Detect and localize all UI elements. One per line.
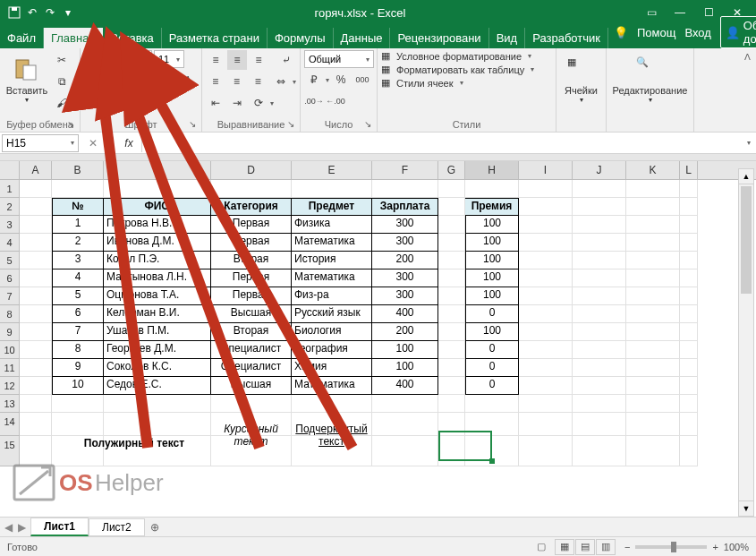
cell[interactable] (211, 180, 292, 198)
row-header[interactable]: 8 (0, 305, 20, 323)
cell[interactable] (20, 252, 52, 269)
cell[interactable]: 200 (372, 252, 438, 269)
cell[interactable] (626, 269, 680, 287)
cell[interactable]: Категория (211, 198, 292, 216)
shrink-font-button[interactable]: A (178, 70, 198, 90)
cell[interactable] (438, 359, 465, 377)
cell[interactable]: Первая (211, 287, 292, 305)
cell[interactable]: Курсивныйтекст (211, 413, 292, 436)
row-header[interactable]: 4 (0, 234, 20, 252)
borders-button[interactable]: ▦ (84, 91, 104, 111)
cell[interactable] (626, 323, 680, 341)
cell[interactable]: 5 (52, 287, 104, 305)
column-header[interactable]: K (626, 161, 680, 179)
cell[interactable] (465, 395, 519, 413)
formula-input[interactable] (141, 134, 747, 152)
zoom-out-icon[interactable]: − (624, 542, 630, 552)
cell[interactable] (626, 377, 680, 395)
align-bottom-icon[interactable]: ≡ (249, 50, 268, 70)
cell[interactable] (211, 395, 292, 413)
cell[interactable] (680, 395, 698, 413)
cell[interactable] (438, 323, 465, 341)
merge-center-icon[interactable]: ⇔ (271, 72, 291, 91)
cell[interactable]: Вторая (211, 252, 292, 269)
cell[interactable] (438, 436, 465, 466)
cell[interactable]: Физ-ра (292, 287, 372, 305)
cell[interactable] (573, 323, 626, 341)
cell[interactable] (573, 436, 626, 466)
tab-file[interactable]: Файл (0, 28, 44, 48)
cell[interactable]: Математика (292, 269, 372, 287)
cell[interactable]: ФИО (104, 198, 211, 216)
clipboard-launcher-icon[interactable]: ↘ (67, 119, 78, 130)
cell[interactable] (438, 252, 465, 269)
cell[interactable] (438, 198, 465, 216)
editing-button[interactable]: 🔍Редактирование▾ (610, 50, 690, 109)
column-header[interactable]: L (680, 161, 698, 179)
cell[interactable] (573, 413, 626, 436)
cell[interactable] (573, 234, 626, 252)
cell[interactable] (20, 341, 52, 359)
cell[interactable] (438, 216, 465, 234)
cell[interactable] (372, 413, 438, 436)
cell[interactable] (626, 395, 680, 413)
cell[interactable]: 3 (52, 252, 104, 269)
qat-dropdown-icon[interactable]: ▾ (61, 5, 75, 20)
cell[interactable]: Седов Е.С. (104, 377, 211, 395)
increase-indent-icon[interactable]: ⇥ (227, 93, 247, 113)
cell[interactable] (372, 436, 438, 466)
cell[interactable] (519, 359, 573, 377)
cell[interactable]: Мартынова Л.Н. (104, 269, 211, 287)
cell[interactable]: Вторая (211, 323, 292, 341)
cells-button[interactable]: ▦Ячейки▾ (560, 50, 602, 109)
cell[interactable] (573, 269, 626, 287)
tell-me-label[interactable]: Помощ (637, 26, 675, 39)
cell[interactable]: Русский язык (292, 305, 372, 323)
row-header[interactable]: 3 (0, 216, 20, 234)
cell[interactable] (465, 180, 519, 198)
decrease-decimal-icon[interactable]: ←.00 (326, 91, 345, 111)
tab-view[interactable]: Вид (489, 28, 526, 48)
row-header[interactable]: 14 (0, 413, 20, 436)
cell[interactable] (438, 234, 465, 252)
cell[interactable] (438, 413, 465, 436)
cell[interactable]: 400 (372, 377, 438, 395)
grow-font-button[interactable]: A (157, 70, 176, 90)
cell[interactable] (465, 413, 519, 436)
column-header[interactable]: J (573, 161, 626, 179)
cell[interactable]: Химия (292, 359, 372, 377)
cell[interactable] (20, 305, 52, 323)
cell[interactable]: 300 (372, 269, 438, 287)
tab-page-layout[interactable]: Разметка страни (162, 28, 268, 48)
cell[interactable] (438, 305, 465, 323)
tab-insert[interactable]: Вставка (103, 28, 161, 48)
cell[interactable] (519, 287, 573, 305)
cell[interactable]: Келерман В.И. (104, 305, 211, 323)
login-button[interactable]: Вход (684, 26, 710, 39)
row-header[interactable]: 1 (0, 180, 20, 198)
cell[interactable] (292, 395, 372, 413)
cell[interactable] (438, 269, 465, 287)
cell[interactable] (519, 252, 573, 269)
cell[interactable]: Математика (292, 234, 372, 252)
cell[interactable]: 100 (372, 341, 438, 359)
row-header[interactable]: 11 (0, 359, 20, 377)
cell[interactable] (680, 305, 698, 323)
cell[interactable]: 200 (372, 323, 438, 341)
currency-icon[interactable]: ₽ (304, 70, 324, 90)
tab-data[interactable]: Данные (334, 28, 391, 48)
cell[interactable] (20, 216, 52, 234)
new-sheet-icon[interactable]: ⊕ (145, 521, 165, 534)
column-header[interactable]: E (292, 161, 372, 179)
macro-record-icon[interactable]: ▢ (537, 541, 546, 552)
cell[interactable]: № (52, 198, 104, 216)
cell[interactable]: 100 (465, 287, 519, 305)
grid[interactable]: 12№ФИОКатегорияПредметЗарплатаПремия31Пе… (0, 180, 756, 466)
collapse-ribbon-icon[interactable]: ᐱ (744, 52, 751, 62)
tab-formulas[interactable]: Формулы (268, 28, 334, 48)
decrease-indent-icon[interactable]: ⇤ (206, 93, 225, 113)
enter-formula-icon[interactable]: ✓ (104, 137, 118, 150)
row-header[interactable]: 5 (0, 252, 20, 269)
align-top-icon[interactable]: ≡ (206, 50, 225, 70)
cell[interactable] (680, 252, 698, 269)
